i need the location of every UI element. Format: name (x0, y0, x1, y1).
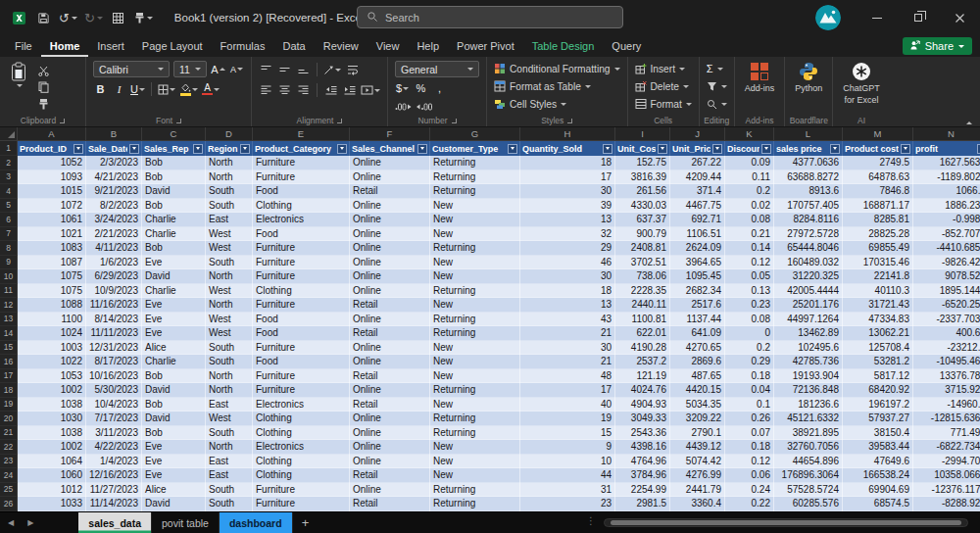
cell[interactable]: Clothing (253, 426, 350, 441)
cell[interactable]: -9826.428 (913, 256, 980, 270)
column-header-F[interactable]: F (350, 127, 430, 140)
cell[interactable]: 1061 (18, 213, 86, 227)
cell[interactable]: 10 (520, 455, 615, 469)
redo-icon[interactable]: ↻ (82, 5, 105, 30)
cell[interactable]: 40 (520, 398, 615, 412)
font-color-icon[interactable]: A (202, 82, 220, 96)
cell[interactable]: New (430, 341, 520, 356)
cell[interactable]: 11/16/2023 (86, 298, 142, 313)
cell[interactable]: New (430, 455, 520, 469)
cell[interactable]: 8/14/2023 (86, 313, 142, 327)
cell[interactable]: 1024 (18, 326, 86, 341)
select-all-corner[interactable] (0, 127, 18, 140)
cell[interactable]: 176896.3064 (774, 468, 843, 483)
cell[interactable]: 3816.39 (615, 170, 670, 185)
cell[interactable]: 4764.96 (615, 455, 670, 469)
cell[interactable]: West (206, 326, 253, 341)
cell[interactable]: 487.65 (670, 369, 725, 384)
row-header-24[interactable]: 24 (0, 468, 18, 483)
cell[interactable]: 10/16/2023 (86, 369, 142, 384)
cell[interactable]: 21 (520, 326, 615, 341)
delete-cells-button[interactable]: Delete (635, 78, 689, 94)
row-header-8[interactable]: 8 (0, 241, 18, 256)
number-format-select[interactable]: General (395, 61, 479, 77)
cell[interactable]: -0.9984 (913, 213, 980, 227)
cell[interactable]: 69904.69 (843, 483, 913, 498)
cell[interactable]: New (430, 398, 520, 412)
cell[interactable]: 47649.6 (843, 455, 913, 469)
accounting-format-icon[interactable]: $ (395, 81, 410, 95)
cell[interactable]: 3/11/2023 (86, 426, 142, 441)
cell[interactable]: 2408.81 (615, 241, 670, 256)
cell[interactable]: 1038 (18, 398, 86, 412)
styles-dialog-launcher-icon[interactable] (567, 119, 572, 123)
cell[interactable]: 622.01 (615, 326, 670, 341)
cell[interactable]: Eve (142, 326, 206, 341)
row-header-21[interactable]: 21 (0, 426, 18, 441)
cell[interactable]: Charlie (142, 213, 206, 227)
cell[interactable]: 0.2 (725, 341, 774, 356)
cell[interactable]: Online (350, 227, 430, 242)
ribbon-tab-query[interactable]: Query (603, 35, 650, 57)
cell[interactable]: 0.2 (725, 184, 774, 199)
format-as-table-button[interactable]: Format as Table (494, 78, 591, 94)
cell[interactable]: Online (350, 412, 430, 426)
ribbon-tab-formulas[interactable]: Formulas (212, 35, 274, 57)
cell[interactable]: 692.71 (670, 213, 725, 227)
orientation-icon[interactable] (323, 63, 341, 76)
row-header-23[interactable]: 23 (0, 455, 18, 469)
cell[interactable]: 38921.895 (774, 426, 843, 441)
table-header-sales_rep[interactable]: Sales_Rep (142, 141, 206, 156)
table-header-unit_price[interactable]: Unit_Price (670, 141, 725, 156)
cell[interactable]: 38150.4 (843, 426, 913, 441)
table-qat-icon[interactable] (108, 5, 129, 30)
row-header-20[interactable]: 20 (0, 412, 18, 426)
cell[interactable]: 4/11/2023 (86, 241, 142, 256)
cell[interactable]: 1075 (18, 284, 86, 299)
merge-center-icon[interactable] (361, 83, 380, 97)
cell[interactable]: 2228.35 (615, 284, 670, 299)
cell[interactable]: 19 (520, 412, 615, 426)
cell[interactable]: Bob (142, 426, 206, 441)
cell[interactable]: Online (350, 341, 430, 356)
row-header-5[interactable]: 5 (0, 199, 18, 214)
cell[interactable]: 400.68 (913, 326, 980, 341)
cell[interactable]: Furniture (253, 497, 350, 511)
column-header-H[interactable]: H (520, 127, 615, 140)
undo-icon[interactable]: ↺ (57, 5, 79, 30)
paste-button[interactable] (7, 61, 31, 88)
cell[interactable]: North (206, 269, 253, 284)
cell[interactable]: 1030 (18, 412, 86, 426)
insert-cells-button[interactable]: Insert (635, 61, 685, 76)
cell[interactable]: David (142, 383, 206, 398)
font-size-select[interactable]: 11 (173, 61, 207, 77)
sort-filter-button[interactable] (707, 78, 727, 94)
cell[interactable]: 1038 (18, 426, 86, 441)
cell[interactable]: 0.26 (725, 412, 774, 426)
cell[interactable]: Furniture (253, 341, 350, 356)
cell[interactable]: 1002 (18, 383, 86, 398)
cell[interactable]: Returning (430, 412, 520, 426)
filter-button[interactable] (761, 144, 771, 154)
cell[interactable]: Charlie (142, 355, 206, 369)
cell[interactable]: 0.14 (725, 241, 774, 256)
cell[interactable]: 18 (520, 156, 615, 170)
cell[interactable]: 57528.5724 (774, 483, 843, 498)
save-icon[interactable] (32, 5, 54, 30)
cell[interactable]: 68420.92 (843, 383, 913, 398)
cell[interactable]: Online (350, 455, 430, 469)
cell[interactable]: David (142, 497, 206, 511)
user-avatar[interactable] (815, 5, 841, 30)
cell[interactable]: 0.22 (725, 497, 774, 511)
row-header-10[interactable]: 10 (0, 269, 18, 284)
cell[interactable]: Eve (142, 256, 206, 270)
cell[interactable]: -14960.6 (913, 398, 980, 412)
python-button[interactable]: Python (792, 61, 825, 94)
filter-button[interactable] (603, 144, 612, 154)
cell[interactable]: 1895.1444 (913, 284, 980, 299)
cell[interactable]: 261.56 (615, 184, 670, 199)
row-header-22[interactable]: 22 (0, 440, 18, 455)
cell[interactable]: 42005.4444 (774, 284, 843, 299)
cell[interactable]: Furniture (253, 369, 350, 384)
cell[interactable]: 160489.032 (774, 256, 843, 270)
